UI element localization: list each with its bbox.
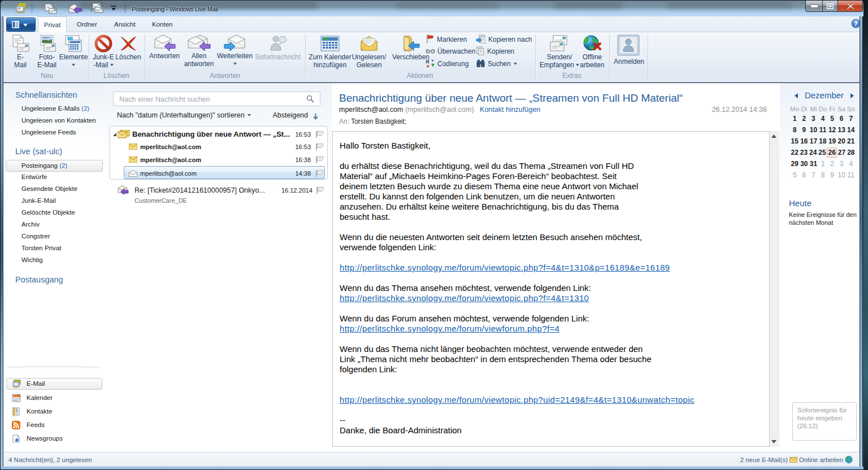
svg-text:a: a: [427, 63, 429, 68]
